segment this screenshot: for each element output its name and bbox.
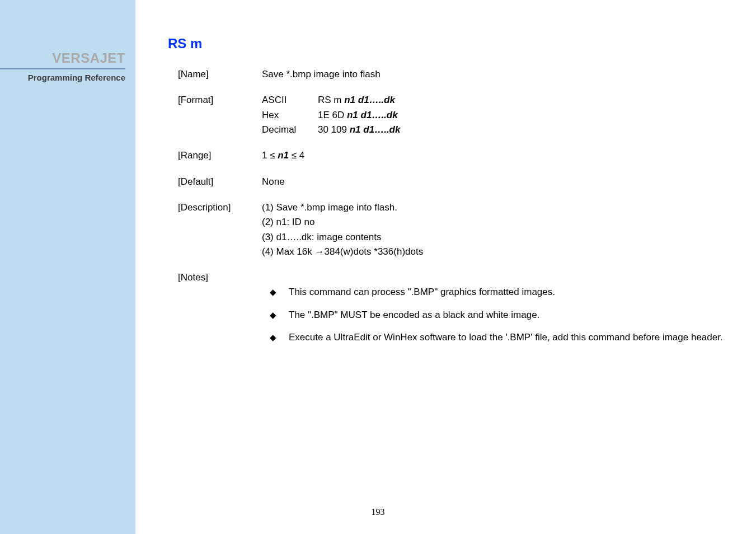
format-ascii-value: RS m n1 d1…..dk [318, 93, 395, 107]
field-default: [Default] None [168, 175, 733, 189]
default-label: [Default] [168, 175, 262, 189]
description-label: [Description] [168, 200, 262, 259]
brand-title: VERSAJET [0, 50, 125, 66]
field-name: [Name] Save *.bmp image into flash [168, 67, 733, 82]
page-heading: RS m [168, 36, 733, 51]
diamond-icon: ◆ [270, 330, 276, 345]
field-format: [Format] ASCII RS m n1 d1…..dk Hex 1E 6D… [168, 93, 733, 137]
page-number: 193 [0, 507, 756, 517]
field-range: [Range] 1 ≤ n1 ≤ 4 [168, 148, 733, 163]
main-content: RS m [Name] Save *.bmp image into flash … [168, 36, 733, 364]
default-value: None [262, 175, 733, 189]
name-label: [Name] [168, 67, 262, 82]
name-value: Save *.bmp image into flash [262, 67, 733, 82]
sidebar-divider [0, 68, 125, 69]
field-notes: [Notes] ◆ This command can process ".BMP… [168, 270, 733, 353]
format-label: [Format] [168, 93, 262, 137]
note-text: Execute a UltraEdit or WinHex software t… [289, 330, 733, 345]
range-value: 1 ≤ n1 ≤ 4 [262, 148, 733, 163]
format-hex-value: 1E 6D n1 d1…..dk [318, 108, 398, 123]
description-value: (1) Save *.bmp image into flash. (2) n1:… [262, 200, 733, 259]
diamond-icon: ◆ [270, 308, 276, 322]
note-item: ◆ The ".BMP" MUST be encoded as a black … [270, 308, 733, 322]
sidebar: VERSAJET Programming Reference [0, 0, 135, 534]
format-ascii-key: ASCII [262, 93, 318, 107]
note-text: This command can process ".BMP" graphics… [289, 285, 733, 299]
range-label: [Range] [168, 148, 262, 163]
sidebar-subtitle: Programming Reference [0, 73, 125, 82]
notes-label: [Notes] [168, 270, 262, 353]
format-hex-key: Hex [262, 108, 318, 123]
note-text: The ".BMP" MUST be encoded as a black an… [289, 308, 733, 322]
note-item: ◆ Execute a UltraEdit or WinHex software… [270, 330, 733, 345]
diamond-icon: ◆ [270, 285, 276, 299]
note-item: ◆ This command can process ".BMP" graphi… [270, 285, 733, 299]
field-description: [Description] (1) Save *.bmp image into … [168, 200, 733, 259]
format-dec-value: 30 109 n1 d1…..dk [318, 123, 400, 137]
format-dec-key: Decimal [262, 123, 318, 137]
